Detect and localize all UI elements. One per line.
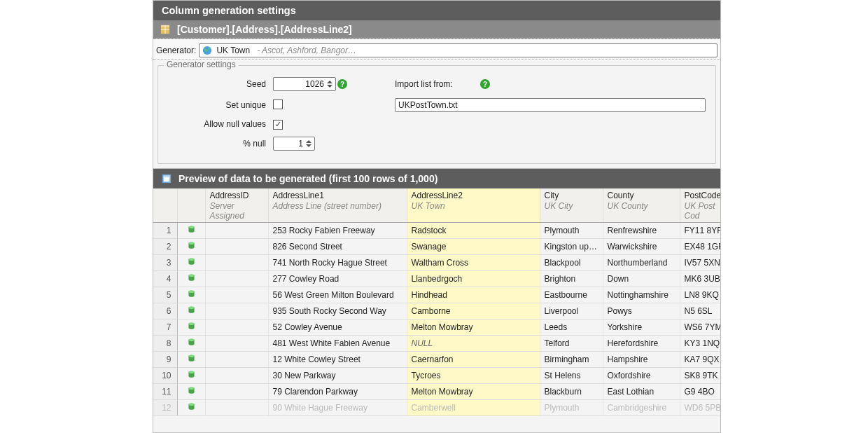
cell-addressline2: Llanbedrgoch — [407, 270, 540, 287]
rowicon-cell — [177, 319, 205, 335]
table-row[interactable]: 4277 Cowley RoadLlanbedrgochBrightonDown… — [153, 270, 720, 287]
generator-settings-legend: Generator settings — [164, 60, 239, 69]
generator-hint: - Ascot, Ashford, Bangor… — [257, 46, 356, 55]
preview-table: AddressIDServer AssignedAddressLine1Addr… — [153, 188, 720, 416]
cell-addressline2: Swanage — [407, 238, 540, 254]
seed-input[interactable]: 1026 — [273, 77, 336, 91]
svg-point-17 — [188, 290, 194, 293]
svg-point-13 — [188, 258, 194, 261]
cell-addressline2: Waltham Cross — [407, 254, 540, 270]
table-row[interactable]: 3741 North Rocky Hague StreetWaltham Cro… — [153, 254, 720, 270]
column-header[interactable]: CountyUK County — [603, 188, 680, 223]
table-row[interactable]: 1179 Clarendon ParkwayMelton MowbrayBlac… — [153, 383, 720, 399]
cell-addressline2: Radstock — [407, 222, 540, 238]
table-row[interactable]: 6935 South Rocky Second WayCamborneLiver… — [153, 303, 720, 319]
spinner-icon[interactable] — [306, 139, 312, 148]
svg-point-21 — [188, 322, 194, 325]
cell-addressid — [205, 238, 268, 254]
rowicon-cell — [177, 399, 205, 415]
cell-postcode: LN8 9KQ — [680, 287, 720, 303]
help-icon[interactable]: ? — [480, 79, 490, 89]
rowicon-cell — [177, 351, 205, 367]
column-header[interactable]: AddressLine1Address Line (street number) — [268, 188, 407, 223]
table-header-row: AddressIDServer AssignedAddressLine1Addr… — [153, 188, 720, 223]
column-name: City — [545, 191, 598, 200]
table-icon — [160, 25, 170, 34]
rowicon-cell — [177, 287, 205, 303]
svg-rect-7 — [164, 175, 170, 177]
cell-addressid — [205, 287, 268, 303]
cell-city: Leeds — [540, 319, 603, 335]
rownum-cell: 2 — [153, 238, 177, 254]
cell-addressline2: Camberwell — [407, 399, 540, 415]
svg-point-9 — [188, 226, 194, 228]
database-icon — [187, 402, 196, 411]
column-header[interactable]: PostCodeUK Post Cod — [680, 188, 720, 223]
help-icon[interactable]: ? — [337, 79, 347, 89]
panel-title: Column generation settings — [162, 5, 296, 16]
table-row[interactable]: 752 Cowley AvenueMelton MowbrayLeedsYork… — [153, 319, 720, 335]
pct-null-input[interactable]: 1 — [273, 137, 315, 151]
panel-title-bar: Column generation settings — [153, 1, 720, 20]
table-row[interactable]: 2826 Second StreetSwanageKingston up…War… — [153, 238, 720, 254]
cell-city: Kingston up… — [540, 238, 603, 254]
preview-grid-scroll[interactable]: AddressIDServer AssignedAddressLine1Addr… — [153, 188, 720, 433]
cell-addressid — [205, 270, 268, 287]
column-name: PostCode — [685, 191, 721, 200]
cell-postcode: SK8 9TK — [680, 367, 720, 383]
column-header[interactable]: AddressLine2UK Town — [407, 188, 540, 223]
cell-city: Blackburn — [540, 383, 603, 399]
set-unique-checkbox[interactable] — [273, 99, 283, 109]
table-row[interactable]: 1030 New ParkwayTycroesSt HelensOxfordsh… — [153, 367, 720, 383]
spinner-icon[interactable] — [327, 80, 332, 88]
generator-select[interactable]: UK Town - Ascot, Ashford, Bangor… — [199, 43, 718, 57]
database-icon — [187, 273, 196, 282]
generator-row: Generator: UK Town - Ascot, Ashford, Ban… — [153, 39, 720, 60]
database-icon — [187, 241, 196, 250]
table-row[interactable]: 1253 Rocky Fabien FreewayRadstockPlymout… — [153, 222, 720, 238]
rowicon-cell — [177, 303, 205, 319]
cell-county: Nottinghamshire — [603, 287, 680, 303]
svg-point-27 — [188, 371, 194, 373]
cell-addressid — [205, 254, 268, 270]
rowicon-cell — [177, 238, 205, 254]
cell-city: Plymouth — [540, 399, 603, 415]
svg-point-19 — [188, 306, 194, 309]
preview-title: Preview of data to be generated (first 1… — [178, 173, 438, 184]
column-name: AddressLine2 — [412, 191, 536, 200]
import-file-input[interactable]: UKPostTown.txt — [395, 98, 706, 112]
column-header[interactable]: AddressIDServer Assigned — [205, 188, 268, 223]
table-row[interactable]: 556 West Green Milton BoulevardHindheadE… — [153, 287, 720, 303]
cell-addressid — [205, 319, 268, 335]
cell-postcode: KY3 1NQ — [680, 335, 720, 351]
allow-null-label: Allow null values — [168, 119, 273, 129]
cell-addressline1: 481 West White Fabien Avenue — [268, 335, 407, 351]
database-icon — [187, 289, 196, 298]
database-icon — [187, 386, 196, 395]
column-header[interactable]: CityUK City — [540, 188, 603, 223]
rowicon-cell — [177, 367, 205, 383]
column-name: AddressLine1 — [273, 191, 402, 200]
cell-addressline1: 90 White Hague Freeway — [268, 399, 407, 415]
column-subtitle: UK City — [545, 201, 598, 211]
cell-addressid — [205, 335, 268, 351]
preview-title-bar: Preview of data to be generated (first 1… — [153, 169, 720, 188]
allow-null-checkbox[interactable]: ✓ — [273, 120, 283, 130]
database-icon — [187, 370, 196, 379]
cell-city: Blackpool — [540, 254, 603, 270]
cell-addressline1: 253 Rocky Fabien Freeway — [268, 222, 407, 238]
rownum-header — [153, 188, 177, 223]
cell-postcode: WS6 7YM — [680, 319, 720, 335]
table-row[interactable]: 912 White Cowley StreetCaernarfonBirming… — [153, 351, 720, 367]
cell-addressline1: 741 North Rocky Hague Street — [268, 254, 407, 270]
rownum-cell: 12 — [153, 399, 177, 415]
table-row[interactable]: 8481 West White Fabien AvenueNULLTelford… — [153, 335, 720, 351]
cell-addressid — [205, 303, 268, 319]
cell-addressline1: 826 Second Street — [268, 238, 407, 254]
preview-icon — [162, 174, 172, 184]
cell-county: Herefordshire — [603, 335, 680, 351]
cell-city: St Helens — [540, 367, 603, 383]
rownum-cell: 6 — [153, 303, 177, 319]
cell-county: East Lothian — [603, 383, 680, 399]
table-row[interactable]: 1290 White Hague FreewayCamberwellPlymou… — [153, 399, 720, 415]
